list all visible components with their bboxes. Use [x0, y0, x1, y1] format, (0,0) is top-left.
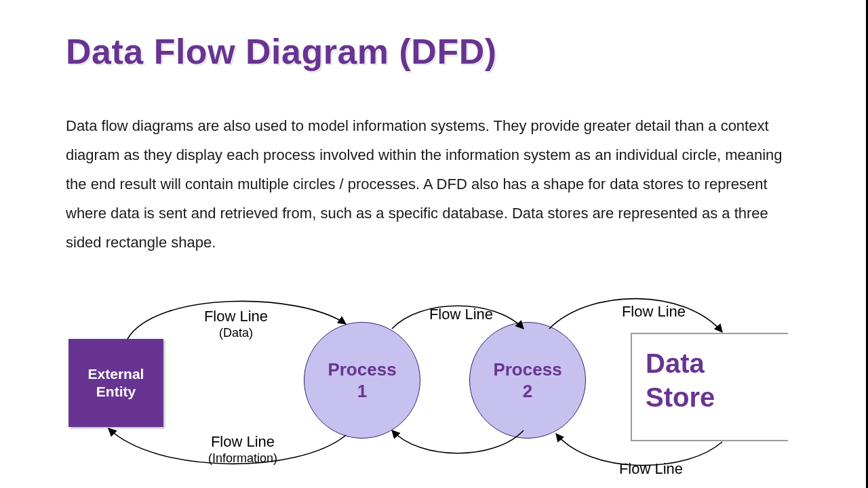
- data-store-label: DataStore: [646, 348, 715, 412]
- process-1-node: Process1: [304, 322, 420, 439]
- arrow-p2-to-p1-bottom: [392, 430, 524, 453]
- process-2-label: Process2: [493, 359, 561, 402]
- flow-label-top-mid: Flow Line: [420, 306, 502, 323]
- flow-label-bottom-left: Flow Line (Information): [189, 434, 297, 466]
- flow-label-bottom-left-main: Flow Line: [211, 433, 275, 450]
- process-1-label: Process1: [328, 359, 396, 402]
- flow-label-top-left-sub: (Data): [189, 325, 283, 341]
- flow-label-top-right: Flow Line: [613, 304, 694, 320]
- page-title: Data Flow Diagram (DFD): [66, 31, 497, 72]
- description-paragraph: Data flow diagrams are also used to mode…: [66, 111, 805, 257]
- data-store-node: DataStore: [631, 333, 788, 441]
- flow-label-bottom-right: Flow Line: [610, 461, 692, 477]
- external-entity-label: ExternalEntity: [88, 365, 144, 401]
- flow-label-top-left-main: Flow Line: [204, 308, 268, 325]
- flow-label-bottom-left-sub: (Information): [189, 450, 297, 466]
- process-2-node: Process2: [469, 322, 586, 439]
- flow-label-top-left: Flow Line (Data): [189, 308, 283, 341]
- external-entity-node: ExternalEntity: [68, 339, 163, 427]
